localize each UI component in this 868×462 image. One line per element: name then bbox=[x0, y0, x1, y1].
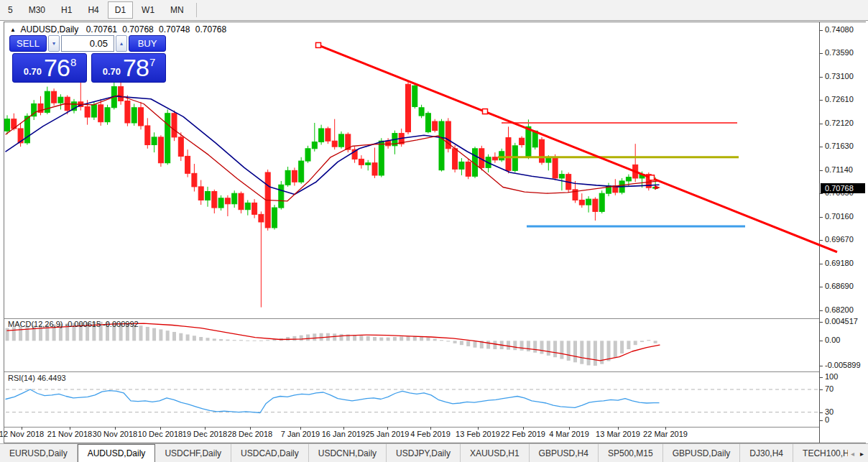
axis-tick bbox=[820, 366, 823, 366]
date-axis[interactable]: 12 Nov 201821 Nov 201830 Nov 201810 Dec … bbox=[4, 428, 819, 443]
candle bbox=[640, 175, 645, 178]
chevron-down-icon: ▾ bbox=[52, 40, 55, 47]
chart-title: ▲ AUDUSD,Daily 0.70761 0.70768 0.70748 0… bbox=[10, 24, 226, 34]
chart-tab-usdjpy-daily[interactable]: USDJPY,Daily bbox=[387, 444, 461, 462]
candle bbox=[165, 114, 170, 163]
volume-decrease-button[interactable]: ▾ bbox=[48, 35, 60, 52]
candle bbox=[5, 119, 10, 131]
candle bbox=[279, 185, 284, 208]
rsi-axis-label: 100 bbox=[825, 372, 838, 381]
candle bbox=[406, 84, 411, 131]
candle bbox=[225, 198, 230, 204]
timeframe-button-5[interactable]: 5 bbox=[1, 1, 20, 19]
timeframe-button-M30[interactable]: M30 bbox=[22, 1, 52, 19]
timeframe-button-W1[interactable]: W1 bbox=[134, 1, 162, 19]
price-axis-label: 0.72120 bbox=[825, 119, 854, 127]
date-axis-label: 12 Nov 2018 bbox=[0, 430, 44, 438]
sell-button[interactable]: SELL bbox=[9, 35, 47, 52]
candle bbox=[292, 170, 297, 182]
candle bbox=[105, 108, 110, 122]
candle bbox=[152, 137, 157, 145]
chart-tab-usdcnh-daily[interactable]: USDCNH,Daily bbox=[309, 444, 387, 462]
tab-scroll-right-icon[interactable]: ▸ bbox=[860, 450, 864, 458]
axis-tick bbox=[820, 420, 823, 421]
axis-tick bbox=[820, 100, 823, 101]
candle bbox=[299, 161, 304, 182]
chart-tab-dj30-h4[interactable]: DJ30,H4 bbox=[740, 444, 793, 462]
candle bbox=[272, 208, 277, 228]
price-axis-label: 0.74080 bbox=[825, 25, 854, 34]
candle bbox=[212, 192, 217, 208]
candle bbox=[439, 121, 444, 170]
axis-tick bbox=[820, 310, 823, 311]
axis-tick bbox=[820, 217, 823, 218]
timeframe-button-H1[interactable]: H1 bbox=[54, 1, 79, 19]
macd-axis-label: 0.004517 bbox=[825, 317, 858, 325]
chart-tab-sp500-m15[interactable]: SP500,M15 bbox=[599, 444, 663, 462]
price-axis-label: 0.68200 bbox=[825, 305, 854, 314]
price-axis[interactable]: 0.740800.735900.731000.726100.721200.716… bbox=[819, 22, 866, 443]
timeframe-button-MN[interactable]: MN bbox=[163, 1, 191, 19]
candle bbox=[326, 129, 331, 141]
timeframe-button-H4[interactable]: H4 bbox=[80, 1, 106, 19]
candle bbox=[526, 126, 531, 157]
chart-tab-gbpusd-h4[interactable]: GBPUSD,H4 bbox=[530, 444, 599, 462]
candle bbox=[579, 200, 584, 205]
price-axis-label: 0.69180 bbox=[825, 259, 854, 267]
candle bbox=[540, 139, 545, 162]
ohlc-high: 0.70768 bbox=[122, 24, 153, 34]
axis-tick bbox=[820, 322, 823, 323]
candle bbox=[553, 157, 558, 178]
ohlc-close: 0.70768 bbox=[195, 24, 226, 34]
candle bbox=[466, 162, 471, 176]
candle bbox=[52, 91, 57, 103]
date-axis-label: 4 Feb 2019 bbox=[410, 430, 451, 438]
axis-tick bbox=[820, 377, 823, 378]
buy-price-prefix: 0.70 bbox=[103, 66, 121, 77]
volume-increase-button[interactable]: ▴ bbox=[116, 35, 127, 52]
candle bbox=[506, 138, 511, 171]
candle bbox=[239, 193, 244, 210]
candle bbox=[339, 134, 344, 147]
candle bbox=[319, 129, 324, 142]
chart-tab-bar: EURUSD,DailyAUDUSD,DailyUSDCHF,DailyUSDC… bbox=[0, 443, 868, 462]
date-axis-label: 21 Nov 2018 bbox=[47, 430, 92, 438]
buy-price-button[interactable]: 0.70 78 7 bbox=[91, 53, 166, 83]
price-axis-label: 0.71140 bbox=[825, 165, 853, 174]
date-axis-label: 25 Jan 2019 bbox=[366, 430, 410, 438]
candle bbox=[593, 199, 598, 211]
buy-button[interactable]: BUY bbox=[129, 35, 166, 52]
candle bbox=[379, 141, 384, 175]
chart-tab-usdchf-daily[interactable]: USDCHF,Daily bbox=[155, 444, 231, 462]
timeframe-button-D1[interactable]: D1 bbox=[108, 1, 133, 19]
price-axis-label: 0.71630 bbox=[825, 142, 854, 150]
candle bbox=[218, 198, 223, 208]
sell-price-prefix: 0.70 bbox=[24, 66, 42, 77]
candle bbox=[305, 149, 310, 161]
chart-tab-audusd-daily[interactable]: AUDUSD,Daily bbox=[78, 444, 156, 462]
candle bbox=[312, 142, 317, 149]
rsi-pane[interactable] bbox=[4, 372, 819, 428]
candle bbox=[412, 86, 417, 106]
collapse-triangle-icon[interactable]: ▲ bbox=[10, 27, 16, 33]
one-click-trade-panel: SELL ▾ 0.05 ▴ BUY 0.70 76 8 0.70 78 7 bbox=[9, 35, 166, 83]
axis-tick bbox=[820, 124, 823, 124]
candle bbox=[139, 108, 144, 126]
tab-scroll-left-icon[interactable]: ◂ bbox=[851, 450, 854, 458]
chart-tab-xauusd-h1[interactable]: XAUUSD,H1 bbox=[461, 444, 530, 462]
axis-tick bbox=[820, 412, 823, 413]
chart-tab-gbpusd-daily[interactable]: GBPUSD,Daily bbox=[663, 444, 741, 462]
sell-price-button[interactable]: 0.70 76 8 bbox=[12, 53, 87, 83]
chart-tab-eurusd-daily[interactable]: EURUSD,Daily bbox=[0, 444, 78, 462]
candle bbox=[532, 131, 537, 147]
candle bbox=[372, 163, 377, 175]
candle bbox=[359, 159, 364, 165]
chart-tab-usdcad-daily[interactable]: USDCAD,Daily bbox=[231, 444, 309, 462]
date-axis-label: 4 Mar 2019 bbox=[549, 430, 589, 438]
price-axis-label: 0.73590 bbox=[825, 48, 854, 57]
volume-input[interactable]: 0.05 bbox=[61, 35, 114, 52]
date-axis-label: 7 Jan 2019 bbox=[281, 430, 320, 438]
candle bbox=[185, 156, 190, 173]
candle bbox=[366, 163, 371, 165]
rsi-svg bbox=[4, 372, 818, 427]
